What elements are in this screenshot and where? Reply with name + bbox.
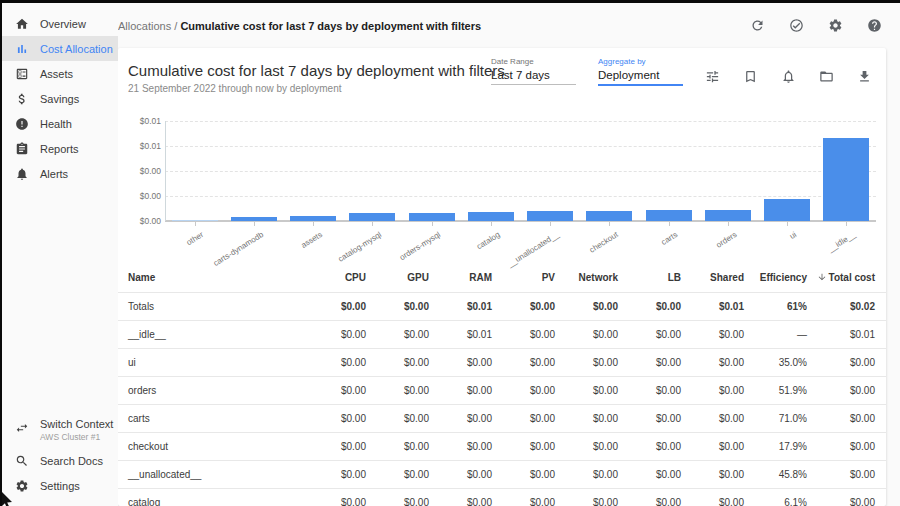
breadcrumb-section[interactable]: Allocations — [118, 20, 171, 32]
column-header-gpu[interactable]: GPU — [366, 264, 429, 292]
column-header-name[interactable]: Name — [118, 264, 303, 292]
bookmark-icon[interactable] — [743, 69, 758, 84]
chart-bar[interactable] — [646, 210, 692, 221]
cell: $0.00 — [429, 404, 492, 432]
sidebar-item-label: Savings — [40, 93, 79, 105]
cell: $0.02 — [807, 292, 886, 320]
cell: $0.00 — [681, 348, 744, 376]
column-header-pv[interactable]: PV — [492, 264, 555, 292]
x-axis-tick-label: orders — [715, 230, 739, 250]
chart-bar[interactable] — [231, 217, 277, 221]
table-row[interactable]: catalog$0.00$0.00$0.00$0.00$0.00$0.00$0.… — [118, 488, 886, 506]
chart-bar[interactable] — [527, 211, 573, 221]
download-icon[interactable] — [857, 69, 872, 84]
tune-icon[interactable] — [705, 69, 720, 84]
cell: $0.00 — [618, 292, 681, 320]
chart-bar[interactable] — [468, 212, 514, 221]
chart-bar[interactable] — [764, 199, 810, 221]
table-row[interactable]: ui$0.00$0.00$0.00$0.00$0.00$0.00$0.0035.… — [118, 348, 886, 376]
chart-bar[interactable] — [349, 213, 395, 221]
sidebar-item-switch-context[interactable]: Switch Context AWS Cluster #1 — [0, 416, 118, 448]
sidebar-item-health[interactable]: Health — [0, 111, 118, 136]
check-circle-icon[interactable] — [789, 18, 804, 33]
y-axis-tick-label: $0.01 — [128, 141, 161, 151]
chart-bar[interactable] — [586, 211, 632, 221]
date-range-select[interactable]: Last 7 days — [491, 66, 576, 85]
column-header-shared[interactable]: Shared — [681, 264, 744, 292]
table-row[interactable]: orders$0.00$0.00$0.00$0.00$0.00$0.00$0.0… — [118, 376, 886, 404]
sidebar-item-settings[interactable]: Settings — [0, 473, 118, 498]
sidebar-item-cost-allocation[interactable]: Cost Allocation — [0, 36, 118, 61]
folder-icon[interactable] — [819, 69, 834, 84]
column-header-lb[interactable]: LB — [618, 264, 681, 292]
aggregate-by-label: Aggregate by — [598, 57, 683, 66]
sidebar-item-search-docs[interactable]: Search Docs — [0, 448, 118, 473]
table-header-row: NameCPUGPURAMPVNetworkLBSharedEfficiency… — [118, 264, 886, 292]
breadcrumb: Allocations / Cumulative cost for last 7… — [118, 20, 481, 32]
cell: $0.00 — [618, 320, 681, 348]
cell: $0.00 — [492, 432, 555, 460]
date-range-field: Date Range Last 7 days — [491, 57, 576, 85]
search-docs-label: Search Docs — [40, 455, 103, 467]
column-header-ram[interactable]: RAM — [429, 264, 492, 292]
column-header-efficiency[interactable]: Efficiency — [744, 264, 807, 292]
table-row[interactable]: Totals$0.00$0.00$0.01$0.00$0.00$0.00$0.0… — [118, 292, 886, 320]
sidebar-item-alerts[interactable]: Alerts — [0, 161, 118, 186]
settings-label: Settings — [40, 480, 80, 492]
axis-tick — [372, 222, 373, 226]
cell: $0.00 — [555, 348, 618, 376]
chart-gridline — [165, 121, 876, 122]
x-axis-tick-label: __unallocated__ — [506, 230, 561, 269]
x-axis-tick-label: other — [185, 230, 205, 247]
aggregate-by-field: Aggregate by Deployment — [598, 57, 683, 86]
cell: 51.9% — [744, 376, 807, 404]
column-header-cpu[interactable]: CPU — [303, 264, 366, 292]
x-axis-tick-label: catalog-mysql — [337, 230, 384, 264]
cell: $0.00 — [681, 488, 744, 506]
breadcrumb-separator: / — [171, 20, 180, 32]
sidebar-item-savings[interactable]: Savings — [0, 86, 118, 111]
axis-tick — [846, 222, 847, 226]
table-row[interactable]: __unallocated__$0.00$0.00$0.00$0.00$0.00… — [118, 460, 886, 488]
cell: $0.00 — [303, 320, 366, 348]
chart-bar[interactable] — [705, 210, 751, 221]
sidebar-item-reports[interactable]: Reports — [0, 136, 118, 161]
column-header-total-cost[interactable]: Total cost — [807, 264, 886, 292]
table-row[interactable]: checkout$0.00$0.00$0.00$0.00$0.00$0.00$0… — [118, 432, 886, 460]
report-action-icons — [705, 69, 872, 84]
chart-gridline — [165, 171, 876, 172]
cell: $0.00 — [681, 460, 744, 488]
sidebar-item-assets[interactable]: Assets — [0, 61, 118, 86]
aggregate-by-select[interactable]: Deployment — [598, 66, 683, 86]
axis-tick — [195, 222, 196, 226]
cell: $0.00 — [429, 432, 492, 460]
gear-icon[interactable] — [828, 18, 843, 33]
sort-desc-icon — [817, 272, 827, 282]
y-axis-tick-label: $0.00 — [128, 216, 161, 226]
refresh-icon[interactable] — [750, 18, 765, 33]
chart-bar[interactable] — [823, 138, 869, 221]
x-axis-tick-label: ui — [788, 230, 798, 241]
axis-tick — [254, 222, 255, 226]
sidebar-item-label: Overview — [40, 18, 86, 30]
sidebar-nav: Overview Cost Allocation Assets Savings … — [0, 11, 118, 186]
main-area: Allocations / Cumulative cost for last 7… — [118, 3, 900, 506]
bell-icon[interactable] — [781, 69, 796, 84]
sidebar-item-label: Cost Allocation — [40, 43, 113, 55]
row-name: __idle__ — [118, 320, 303, 348]
cell: $0.00 — [807, 460, 886, 488]
x-axis-tick-label: carts-dynamodb — [211, 230, 264, 268]
column-header-network[interactable]: Network — [555, 264, 618, 292]
cell: $0.00 — [366, 376, 429, 404]
chart-bar[interactable] — [409, 213, 455, 221]
help-icon[interactable] — [867, 18, 882, 33]
sidebar-item-overview[interactable]: Overview — [0, 11, 118, 36]
axis-tick — [787, 222, 788, 226]
table-row[interactable]: __idle__$0.00$0.00$0.01$0.00$0.00$0.00$0… — [118, 320, 886, 348]
chart-bar[interactable] — [172, 220, 218, 221]
table-row[interactable]: carts$0.00$0.00$0.00$0.00$0.00$0.00$0.00… — [118, 404, 886, 432]
cell: $0.00 — [429, 460, 492, 488]
chart-bar[interactable] — [290, 216, 336, 221]
cell: $0.00 — [555, 320, 618, 348]
axis-tick — [728, 222, 729, 226]
